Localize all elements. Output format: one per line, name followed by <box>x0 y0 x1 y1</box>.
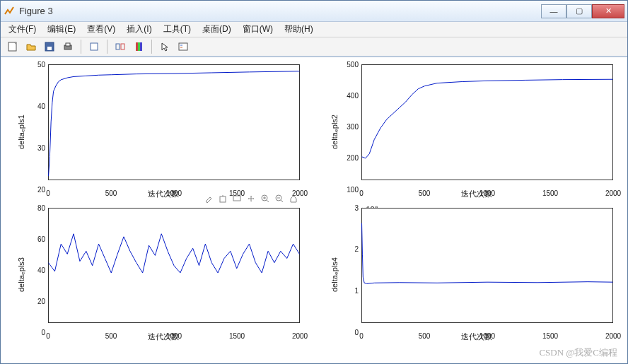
axes-toolbar <box>202 192 300 205</box>
figure-content: deltaₑpls1 20304050 0500100015002000 迭代次… <box>1 57 627 363</box>
svg-rect-11 <box>179 43 187 50</box>
maximize-button[interactable]: ▢ <box>566 4 592 18</box>
zoom-in-icon[interactable] <box>259 192 272 205</box>
svg-rect-9 <box>138 42 140 51</box>
titlebar[interactable]: Figure 3 — ▢ ✕ <box>1 1 627 22</box>
menu-window[interactable]: 窗口(W) <box>238 22 278 37</box>
menu-file[interactable]: 文件(F) <box>4 22 41 37</box>
svg-rect-4 <box>66 43 70 46</box>
pan-icon[interactable] <box>245 192 257 205</box>
svg-rect-7 <box>121 44 124 49</box>
subplot-4: deltaₑpls4 0123 ×10⁸ 0500100015002000 迭代… <box>328 208 613 343</box>
yticks-1: 20304050 <box>27 64 48 189</box>
toolbar-separator <box>151 40 152 54</box>
line-1 <box>48 64 300 180</box>
zoom-out-icon[interactable] <box>273 192 286 205</box>
subplot-2: deltaₑpls2 100200300400500 0500100015002… <box>328 64 613 199</box>
link-plot-button[interactable] <box>112 39 128 54</box>
window-controls: — ▢ ✕ <box>541 4 624 18</box>
svg-rect-10 <box>140 42 142 51</box>
yticks-3: 020406080 <box>27 208 48 333</box>
subplot-3: deltaₑpls3 020406080 0500100015002000 <box>15 208 300 343</box>
home-icon[interactable] <box>287 192 300 205</box>
menu-tools[interactable]: 工具(T) <box>158 22 196 37</box>
watermark: CSDN @我爱C编程 <box>539 346 617 359</box>
menu-desktop[interactable]: 桌面(D) <box>197 22 236 37</box>
ylabel-1: deltaₑpls1 <box>15 115 27 149</box>
svg-rect-8 <box>136 42 138 51</box>
datatip-icon[interactable] <box>231 192 243 205</box>
print-button[interactable] <box>60 39 76 54</box>
figure-window: Figure 3 — ▢ ✕ 文件(F) 编辑(E) 查看(V) 插入(I) 工… <box>0 0 628 364</box>
matlab-figure-icon <box>4 6 15 17</box>
export-icon[interactable] <box>216 192 229 205</box>
edit-plot-button[interactable] <box>86 39 102 54</box>
toolbar <box>1 37 627 57</box>
window-title: Figure 3 <box>19 6 541 16</box>
minimize-button[interactable]: — <box>541 4 566 18</box>
menu-view[interactable]: 查看(V) <box>82 22 120 37</box>
toolbar-separator <box>107 40 107 54</box>
axes-4[interactable] <box>361 208 613 324</box>
axes-2[interactable] <box>361 64 613 180</box>
axes-1[interactable] <box>48 64 300 180</box>
xticks-2: 0500100015002000 <box>361 189 613 199</box>
close-button[interactable]: ✕ <box>592 4 624 18</box>
insert-legend-button[interactable] <box>175 39 191 54</box>
menubar: 文件(F) 编辑(E) 查看(V) 插入(I) 工具(T) 桌面(D) 窗口(W… <box>1 22 627 37</box>
axes-3[interactable] <box>48 208 300 324</box>
svg-rect-6 <box>116 44 120 49</box>
line-3 <box>48 208 300 324</box>
yticks-2: 100200300400500 <box>340 64 361 189</box>
subplot-1: deltaₑpls1 20304050 0500100015002000 迭代次… <box>15 64 300 199</box>
svg-rect-2 <box>47 47 52 50</box>
yticks-4: 0123 <box>340 208 361 333</box>
save-button[interactable] <box>42 39 57 54</box>
xticks-4: 0500100015002000 <box>361 332 613 342</box>
open-button[interactable] <box>23 39 39 54</box>
new-figure-button[interactable] <box>5 39 21 54</box>
line-2 <box>361 64 613 180</box>
line-4 <box>361 208 613 324</box>
pointer-button[interactable] <box>157 39 173 54</box>
ylabel-3: deltaₑpls3 <box>15 257 27 292</box>
brush-icon[interactable] <box>202 192 215 205</box>
svg-rect-5 <box>91 43 98 50</box>
svg-rect-15 <box>233 196 240 201</box>
svg-rect-14 <box>220 196 226 202</box>
ylabel-2: deltaₑpls2 <box>328 115 340 149</box>
menu-edit[interactable]: 编辑(E) <box>42 22 81 37</box>
toolbar-separator <box>81 40 81 54</box>
xticks-3: 0500100015002000 <box>48 332 300 342</box>
menu-help[interactable]: 帮助(H) <box>279 22 318 37</box>
menu-insert[interactable]: 插入(I) <box>122 22 156 37</box>
insert-colorbar-button[interactable] <box>131 39 146 54</box>
ylabel-4: deltaₑpls4 <box>328 257 340 292</box>
